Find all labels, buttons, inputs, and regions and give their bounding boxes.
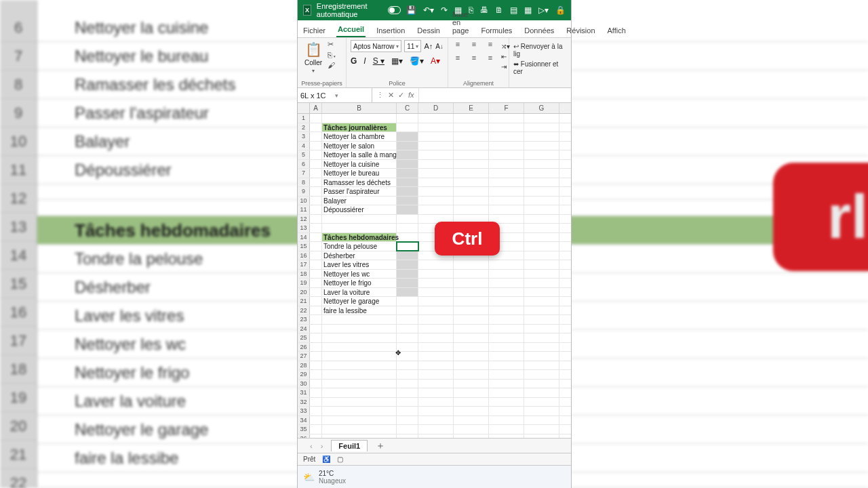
cell[interactable] [397, 434, 418, 439]
cell[interactable] [524, 270, 559, 279]
row-header[interactable]: 11 [298, 205, 310, 214]
cell[interactable] [322, 416, 397, 425]
cell[interactable] [489, 333, 524, 342]
paste-button[interactable]: 📋 Coller ▾ [302, 40, 325, 75]
cell[interactable] [418, 114, 454, 123]
cell[interactable] [418, 260, 454, 269]
cell[interactable] [524, 251, 559, 260]
cell[interactable] [397, 260, 418, 269]
cell[interactable] [454, 260, 489, 269]
row-header[interactable]: 20 [298, 288, 310, 297]
font-size-select[interactable]: 11▾ [404, 40, 421, 52]
cell[interactable] [524, 233, 559, 242]
cell[interactable] [489, 416, 524, 425]
cell[interactable] [489, 187, 524, 196]
cell[interactable] [454, 197, 489, 205]
cell[interactable] [489, 306, 524, 315]
cell[interactable] [454, 370, 489, 379]
row-header[interactable]: 23 [298, 315, 310, 324]
cell[interactable] [489, 425, 524, 434]
cell[interactable] [397, 224, 418, 232]
cell[interactable] [322, 388, 397, 397]
cell[interactable] [454, 416, 489, 425]
cell[interactable] [397, 388, 418, 397]
cell[interactable] [418, 388, 454, 397]
cell[interactable] [397, 197, 418, 205]
cell[interactable] [454, 178, 489, 187]
cell[interactable] [454, 297, 489, 306]
cell[interactable] [418, 306, 454, 315]
row-header[interactable]: 27 [298, 352, 310, 361]
cell[interactable] [397, 132, 418, 141]
cell[interactable] [397, 279, 418, 287]
cell[interactable] [454, 160, 489, 169]
cell[interactable]: Tâches journalières [322, 123, 397, 132]
row-header[interactable]: 1 [298, 114, 310, 123]
cell[interactable] [489, 407, 524, 415]
cell[interactable] [418, 343, 454, 352]
row-header[interactable]: 29 [298, 370, 310, 379]
column-header[interactable]: F [489, 103, 524, 113]
cell[interactable]: Balayer [322, 197, 397, 205]
cell[interactable] [524, 407, 559, 415]
cell[interactable] [322, 315, 397, 324]
cell[interactable] [418, 352, 454, 361]
cell[interactable] [454, 343, 489, 352]
cell[interactable] [489, 169, 524, 178]
merge-center-button[interactable]: ⬌ Fusionner et cer [513, 60, 567, 75]
cell[interactable] [524, 343, 559, 352]
row-header[interactable]: 18 [298, 270, 310, 279]
cell[interactable] [489, 114, 524, 123]
italic-button[interactable]: I [363, 56, 366, 66]
cell[interactable] [524, 398, 559, 407]
cell[interactable] [524, 306, 559, 315]
column-header[interactable]: E [454, 103, 489, 113]
cell[interactable] [397, 297, 418, 306]
row-header[interactable]: 13 [298, 224, 310, 232]
row-header[interactable]: 8 [298, 178, 310, 187]
cell[interactable] [322, 215, 397, 224]
row-header[interactable]: 4 [298, 142, 310, 150]
row-header[interactable]: 25 [298, 333, 310, 342]
cell[interactable] [397, 288, 418, 297]
ribbon-tab[interactable]: Insertion [375, 26, 406, 37]
add-sheet-button[interactable]: ＋ [376, 440, 385, 452]
cell[interactable] [397, 251, 418, 260]
cell[interactable] [454, 288, 489, 297]
cell[interactable] [489, 160, 524, 169]
cell[interactable] [489, 388, 524, 397]
cell[interactable] [524, 114, 559, 123]
cell[interactable] [397, 215, 418, 224]
cell[interactable]: Dépoussiérer [322, 205, 397, 214]
cell[interactable] [489, 288, 524, 297]
accessibility-icon[interactable]: ♿ [322, 455, 330, 463]
cell[interactable] [397, 270, 418, 279]
cell[interactable] [454, 398, 489, 407]
cell[interactable] [397, 160, 418, 169]
cell[interactable] [397, 333, 418, 342]
cell[interactable] [397, 306, 418, 315]
sheet-nav-prev[interactable]: ‹ [310, 442, 313, 450]
qat-icon-8[interactable]: 🔒 [555, 5, 566, 15]
cell[interactable] [454, 352, 489, 361]
sheet-nav-next[interactable]: › [321, 442, 323, 450]
cell[interactable] [489, 150, 524, 159]
cell[interactable] [454, 380, 489, 388]
column-header[interactable]: A [310, 103, 322, 113]
cell[interactable] [397, 370, 418, 379]
cell[interactable] [322, 361, 397, 370]
cell[interactable] [524, 160, 559, 169]
cell[interactable] [524, 416, 559, 425]
cell[interactable] [397, 407, 418, 415]
cell[interactable] [397, 205, 418, 214]
cell[interactable] [524, 215, 559, 224]
row-header[interactable]: 10 [298, 197, 310, 205]
row-header[interactable]: 2 [298, 123, 310, 132]
cell[interactable] [322, 114, 397, 123]
row-header[interactable]: 9 [298, 187, 310, 196]
cell[interactable] [322, 434, 397, 439]
copy-icon[interactable]: ⎘▾ [328, 51, 337, 59]
cell[interactable] [454, 333, 489, 342]
taskbar-weather[interactable]: ⛅ 21°C Nuageux [298, 465, 571, 488]
cell[interactable] [524, 123, 559, 132]
